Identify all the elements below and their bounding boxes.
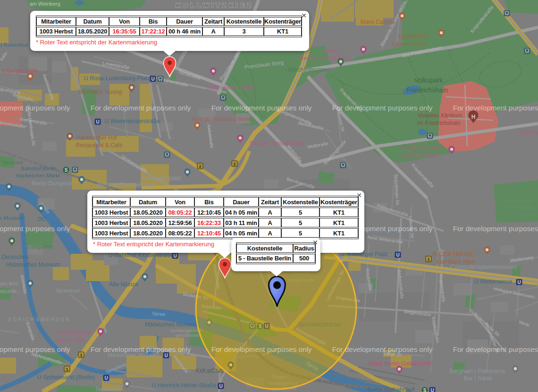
svg-text:Evangelisch: Evangelisch — [504, 198, 532, 203]
svg-text:For development purposes only: For development purposes only — [332, 104, 433, 112]
svg-text:geschlossen: geschlossen — [176, 333, 201, 338]
svg-text:Märkisches Museum: Märkisches Museum — [145, 321, 199, 328]
svg-text:Hofbräu Wirtshaus Berlin: Hofbräu Wirtshaus Berlin — [192, 116, 252, 122]
svg-text:ges Amt: ges Amt — [0, 281, 18, 286]
svg-text:Computerspielemuseum: Computerspielemuseum — [451, 263, 517, 270]
svg-text:U: U — [151, 76, 154, 82]
svg-text:U: U — [430, 388, 434, 392]
svg-text:U: U — [96, 119, 99, 125]
svg-text:Lustgarten: Lustgarten — [27, 244, 53, 250]
svg-text:Hotel N: Hotel N — [520, 129, 538, 136]
svg-text:For development purposes only: For development purposes only — [0, 104, 70, 112]
svg-text:Bar | Säule: Bar | Säule — [463, 375, 493, 382]
svg-text:ONE80° Hostel Berlin: ONE80° Hostel Berlin — [250, 140, 304, 147]
svg-text:E D R I C H S W E R D E R: E D R I C H S W E R D E R — [8, 317, 69, 322]
svg-text:For development purposes only: For development purposes only — [91, 104, 191, 112]
svg-text:2: 2 — [199, 164, 201, 169]
svg-text:Märchenbrunnen: Märchenbrunnen — [288, 67, 331, 73]
svg-text:Petri-Friedho: Petri-Friedho — [505, 205, 535, 210]
svg-text:epublik...: epublik... — [0, 288, 21, 294]
svg-text:H: H — [471, 114, 476, 120]
svg-text:1: 1 — [80, 353, 82, 358]
svg-text:Soho House Berlin: Soho House Berlin — [206, 84, 253, 91]
svg-text:U: U — [104, 375, 108, 381]
svg-text:For development purposes only: For development purposes only — [453, 225, 538, 233]
svg-text:U-Bahnhof Klosterstraße: U-Bahnhof Klosterstraße — [108, 252, 173, 259]
svg-text:Residenz-Hotel Berlin: Residenz-Hotel Berlin — [299, 55, 352, 61]
svg-text:S: S — [65, 167, 68, 173]
svg-text:Berlin Dungeon: Berlin Dungeon — [32, 180, 72, 187]
svg-text:U Weberwiese: U Weberwiese — [474, 278, 512, 285]
svg-text:rembran: rembran — [517, 211, 536, 217]
svg-text:For development purposes only: For development purposes only — [0, 225, 70, 233]
svg-text:U: U — [396, 252, 399, 258]
svg-text:bijoupark: bijoupark — [2, 159, 24, 165]
svg-text:U Rosa-Luxemburg-Platz: U Rosa-Luxemburg-Platz — [84, 75, 150, 82]
svg-text:Deutsches: Deutsches — [2, 254, 29, 260]
svg-text:Restaurant & Café: Restaurant & Café — [76, 142, 123, 149]
svg-text:Techniker: Techniker — [95, 386, 120, 392]
svg-text:U Spittelmarkt (Berlin): U Spittelmarkt (Berlin) — [37, 374, 95, 381]
svg-text:2: 2 — [233, 162, 235, 167]
svg-text:Hotel NH Berlin: Hotel NH Berlin — [402, 145, 441, 151]
svg-text:For development purposes only: For development purposes only — [211, 345, 312, 353]
svg-text:Bahnhof Berlin: Bahnhof Berlin — [21, 166, 56, 171]
svg-text:Mami Camilla: Mami Camilla — [361, 19, 395, 25]
svg-text:For development purposes only: For development purposes only — [453, 104, 538, 112]
svg-text:o Burger Mitte: o Burger Mitte — [2, 67, 38, 74]
svg-text:U Weinmeisterstraße: U Weinmeisterstraße — [104, 118, 160, 125]
svg-text:Historisches Museum: Historisches Museum — [6, 261, 60, 268]
svg-text:QADMOUS -: QADMOUS - — [399, 33, 430, 39]
svg-text:For development purposes only: For development purposes only — [453, 345, 538, 353]
svg-text:U: U — [173, 253, 177, 259]
svg-text:KOLLWITZKIEZ: KOLLWITZKIEZ — [176, 2, 253, 9]
svg-text:For development purposes only: For development purposes only — [211, 104, 312, 112]
svg-text:For development purposes only: For development purposes only — [0, 345, 70, 353]
svg-text:1: 1 — [66, 367, 68, 372]
svg-text:Spreeinsel: Spreeinsel — [56, 288, 80, 293]
svg-text:Libanesisches...: Libanesisches... — [392, 41, 431, 47]
svg-text:Alexanderplatz: Alexanderplatz — [401, 152, 438, 159]
svg-text:Victor's: Victor's — [322, 48, 340, 53]
svg-text:Berliner Fernsehturm: Berliner Fernsehturm — [97, 181, 155, 188]
svg-text:Vivantes Klinikum: Vivantes Klinikum — [418, 112, 462, 119]
svg-text:For development purposes only: For development purposes only — [91, 345, 191, 353]
svg-text:U: U — [164, 353, 168, 358]
svg-text:Volkspark: Volkspark — [414, 76, 444, 84]
svg-text:Berlin Ostbahnhof: Berlin Ostbahnhof — [367, 386, 415, 392]
svg-text:Spree: Spree — [152, 310, 166, 317]
svg-text:Monsieur Vuong: Monsieur Vuong — [79, 89, 122, 95]
svg-text:im Friedrichshain: im Friedrichshain — [417, 120, 460, 126]
svg-text:DD: DD — [38, 216, 46, 222]
svg-text:U: U — [517, 280, 521, 285]
svg-text:S: S — [423, 388, 427, 392]
svg-text:Alexanderplatz: Alexanderplatz — [141, 175, 182, 182]
svg-text:BLOCK HOUSE: BLOCK HOUSE — [433, 251, 474, 258]
svg-text:Friedrichshain: Friedrichshain — [406, 86, 448, 94]
svg-text:KitKatClub: KitKatClub — [195, 367, 223, 374]
svg-text:U Heinrich-Heine-Straße: U Heinrich-Heine-Straße — [152, 382, 217, 389]
svg-text:U Rosenthal: U Rosenthal — [0, 42, 28, 48]
svg-text:Berghain | Panorama: Berghain | Panorama — [449, 368, 505, 375]
svg-text:1: 1 — [427, 257, 429, 262]
svg-text:Berlin Mitte: Berlin Mitte — [58, 337, 86, 343]
svg-text:Hotel Novotel: Hotel Novotel — [57, 329, 91, 336]
svg-text:U: U — [219, 384, 222, 389]
svg-text:am Weinberg: am Weinberg — [29, 1, 60, 7]
svg-text:For development purposes only: For development purposes only — [332, 345, 433, 353]
svg-text:Alte Münze: Alte Münze — [109, 281, 139, 288]
svg-text:s Museum: s Museum — [0, 215, 25, 221]
svg-text:Hackescher-Markt: Hackescher-Markt — [16, 173, 60, 178]
svg-text:Hackescher Hof: Hackescher Hof — [76, 134, 117, 141]
